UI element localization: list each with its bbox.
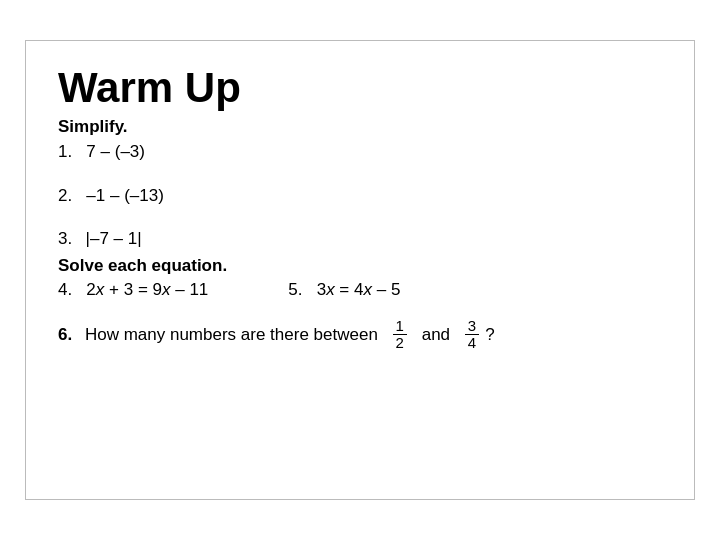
simplify-label: Simplify. xyxy=(58,117,662,137)
problem-2-expr: –1 – (–13) xyxy=(86,186,164,205)
problem-2-number: 2. xyxy=(58,186,72,205)
problem-1-expr: 7 – (–3) xyxy=(86,142,145,161)
frac2-numerator: 3 xyxy=(465,318,479,336)
problem-4-expr: 2x + 3 = 9x – 11 xyxy=(86,280,208,299)
problem-2: 2. –1 – (–13) xyxy=(58,183,662,209)
warm-up-card: Warm Up Simplify. 1. 7 – (–3) 2. –1 – (–… xyxy=(25,40,695,500)
problem-4: 4. 2x + 3 = 9x – 11 xyxy=(58,280,208,300)
problem-6-question: ? xyxy=(485,325,494,345)
solve-label: Solve each equation. xyxy=(58,256,662,276)
problem-1: 1. 7 – (–3) xyxy=(58,139,662,165)
problem-6-and: and xyxy=(422,325,450,345)
frac1-numerator: 1 xyxy=(393,318,407,336)
problem-6-fraction-1: 1 2 xyxy=(393,318,407,352)
frac1-denominator: 2 xyxy=(393,335,407,352)
problem-5-number: 5. xyxy=(288,280,302,299)
problem-5: 5. 3x = 4x – 5 xyxy=(288,280,400,300)
problem-6: 6. How many numbers are there between 1 … xyxy=(58,318,662,352)
problem-5-expr: 3x = 4x – 5 xyxy=(317,280,401,299)
problem-6-fraction-2: 3 4 xyxy=(465,318,479,352)
problem-4-number: 4. xyxy=(58,280,72,299)
problem-1-number: 1. xyxy=(58,142,72,161)
problems-4-5-row: 4. 2x + 3 = 9x – 11 5. 3x = 4x – 5 xyxy=(58,280,662,300)
problem-3-expr: |–7 – 1| xyxy=(86,229,142,248)
problem-6-number: 6. xyxy=(58,325,72,345)
frac2-denominator: 4 xyxy=(465,335,479,352)
problem-6-text-before: How many numbers are there between xyxy=(85,325,378,345)
page-title: Warm Up xyxy=(58,65,662,111)
problem-3-number: 3. xyxy=(58,229,72,248)
problem-3: 3. |–7 – 1| xyxy=(58,226,662,252)
